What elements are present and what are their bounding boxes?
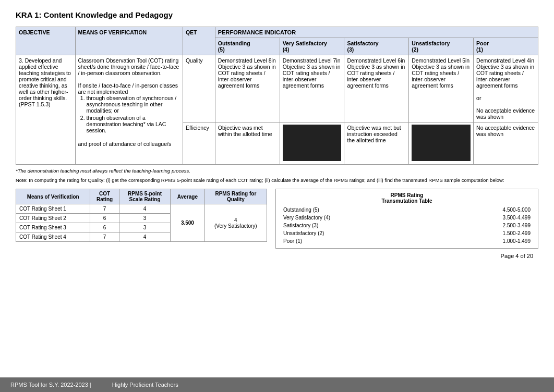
footer-bar: RPMS Tool for S.Y. 2022-2023 | Highly Pr… xyxy=(0,377,554,392)
very-satisfactory-efficiency xyxy=(280,123,344,165)
rpms-transmutation-table: Outstanding (5) 4.500-5.000 Very Satisfa… xyxy=(281,206,533,245)
mov-row-1-label: COT Rating Sheet 1 xyxy=(16,204,90,214)
mov-row-1-rpms: 4 xyxy=(119,204,170,214)
rpms-value-vs: 3.500-4.499 xyxy=(436,214,533,222)
rpms-value-outstanding: 4.500-5.000 xyxy=(436,206,533,214)
rpms-quality-col-header: RPMS Rating forQuality xyxy=(204,189,267,204)
rpms-label-u: Unsatisfactory (2) xyxy=(281,229,436,237)
poor-header: Poor(1) xyxy=(474,38,538,55)
mov-text-3: and proof of attendance of colleague/s xyxy=(78,141,172,147)
rpms-col-header: RPMS 5-pointScale Rating xyxy=(119,189,170,204)
rpms-value-s: 2.500-3.499 xyxy=(436,222,533,229)
very-satisfactory-header: Very Satisfactory(4) xyxy=(280,38,344,55)
average-value: 3.500 xyxy=(171,204,205,242)
note-text: Note: In computing the rating for Qualit… xyxy=(16,177,538,183)
satisfactory-quality: Demonstrated Level 6in Objective 3 as sh… xyxy=(344,55,409,123)
rpms-label-s: Satisfactory (3) xyxy=(281,222,436,229)
mov-table-wrap: Means of Verification COTRating RPMS 5-p… xyxy=(16,189,267,242)
satisfactory-efficiency: Objective was met but instruction exceed… xyxy=(344,123,409,165)
mov-header: MEANS OF VERIFICATION xyxy=(75,27,183,55)
mov-row-2-label: COT Rating Sheet 2 xyxy=(16,214,90,223)
qet-efficiency-cell: Efficiency xyxy=(183,123,215,165)
poor-efficiency: No acceptable evidence was shown xyxy=(474,123,538,165)
mov-row-3-rpms: 3 xyxy=(119,223,170,232)
kra-title: KRA 1: Content Knowledge and Pedagogy xyxy=(16,10,538,19)
table-row: COT Rating Sheet 1 7 4 3.500 4 (Very Sat… xyxy=(16,204,267,214)
rpms-rating-box: RPMS RatingTransmutation Table Outstandi… xyxy=(275,189,538,249)
mov-row-3-cot: 6 xyxy=(90,223,119,232)
qet-header: QET xyxy=(183,27,215,55)
rpms-row-poor: Poor (1) 1.000-1.499 xyxy=(281,237,533,245)
performance-table: OBJECTIVE MEANS OF VERIFICATION QET PERF… xyxy=(16,27,538,165)
footnote: *The demonstration teaching must always … xyxy=(16,168,538,174)
average-col-header: Average xyxy=(171,189,205,204)
objective-cell: 3. Developed and applied effective teach… xyxy=(16,55,76,165)
footer-left: RPMS Tool for S.Y. 2022-2023 | xyxy=(10,382,91,388)
outstanding-quality: Demonstrated Level 8in Objective 3 as sh… xyxy=(215,55,280,123)
mov-list: through observation of synchronous / asy… xyxy=(78,95,180,133)
mov-text-2: If onsite / face-to-face / in-person cla… xyxy=(78,82,178,95)
rpms-row-unsatisfactory: Unsatisfactory (2) 1.500-2.499 xyxy=(281,229,533,237)
mov-row-2-rpms: 3 xyxy=(119,214,170,223)
rpms-quality-text: 4 (Very Satisfactory) xyxy=(214,217,257,229)
page-number: Page 4 of 20 xyxy=(16,253,538,259)
poor-quality: Demonstrated Level 4in Objective 3 as sh… xyxy=(474,55,538,123)
rpms-label-outstanding: Outstanding (5) xyxy=(281,206,436,214)
cot-col-header: COTRating xyxy=(90,189,119,204)
unsatisfactory-header: Unsatisfactory(2) xyxy=(409,38,474,55)
mov-text-1: Classroom Observation Tool (COT) rating … xyxy=(78,57,179,76)
mov-list-item-1: through observation of synchronous / asy… xyxy=(87,95,180,114)
mov-computation-table: Means of Verification COTRating RPMS 5-p… xyxy=(16,189,267,242)
rpms-rating-title: RPMS RatingTransmutation Table xyxy=(281,192,533,204)
mov-row-2-cot: 6 xyxy=(90,214,119,223)
rpms-row-satisfactory: Satisfactory (3) 2.500-3.499 xyxy=(281,222,533,229)
mov-row-4-cot: 7 xyxy=(90,232,119,242)
mov-cell: Classroom Observation Tool (COT) rating … xyxy=(75,55,183,165)
mov-row-1-cot: 7 xyxy=(90,204,119,214)
rpms-row-outstanding: Outstanding (5) 4.500-5.000 xyxy=(281,206,533,214)
rpms-label-vs: Very Satisfactory (4) xyxy=(281,214,436,222)
redacted-block-1 xyxy=(283,125,342,161)
unsatisfactory-quality: Demonstrated Level 5in Objective 3 as sh… xyxy=(409,55,474,123)
rpms-quality-value: 4 (Very Satisfactory) xyxy=(204,204,267,242)
mov-row-3-label: COT Rating Sheet 3 xyxy=(16,223,90,232)
rpms-row-very-satisfactory: Very Satisfactory (4) 3.500-4.499 xyxy=(281,214,533,222)
qet-quality-cell: Quality xyxy=(183,55,215,123)
mov-col-header: Means of Verification xyxy=(16,189,90,204)
footer-right: Highly Proficient Teachers xyxy=(112,382,178,388)
unsatisfactory-efficiency xyxy=(409,123,474,165)
rpms-label-p: Poor (1) xyxy=(281,237,436,245)
redacted-block-2 xyxy=(412,125,471,161)
outstanding-header: Outstanding(5) xyxy=(215,38,280,55)
satisfactory-header: Satisfactory(3) xyxy=(344,38,409,55)
objective-header: OBJECTIVE xyxy=(16,27,76,55)
mov-row-4-label: COT Rating Sheet 4 xyxy=(16,232,90,242)
mov-row-4-rpms: 4 xyxy=(119,232,170,242)
rpms-value-p: 1.000-1.499 xyxy=(436,237,533,245)
perf-indicator-header: PERFORMANCE INDICATOR xyxy=(215,27,538,38)
mov-list-item-2: through observation of a demonstration t… xyxy=(87,115,180,133)
outstanding-efficiency: Objective was met within the allotted ti… xyxy=(215,123,280,165)
objective-text: 3. Developed and applied effective teach… xyxy=(19,57,71,107)
very-satisfactory-quality: Demonstrated Level 7in Objective 3 as sh… xyxy=(280,55,344,123)
lower-section: Means of Verification COTRating RPMS 5-p… xyxy=(16,189,538,249)
rpms-value-u: 1.500-2.499 xyxy=(436,229,533,237)
